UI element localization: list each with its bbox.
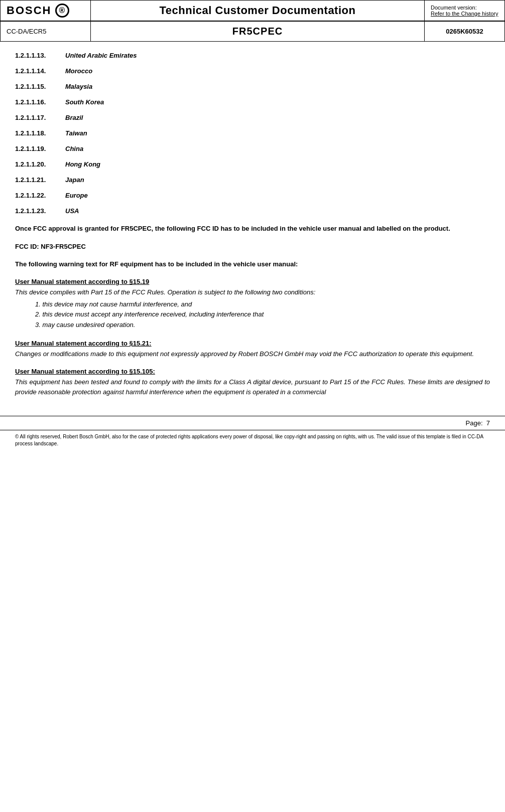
list-item: 3. may cause undesired operation. [35, 320, 490, 331]
section-num: 1.2.1.1.15. [15, 83, 65, 90]
fcc-id-line: FCC ID: NF3-FR5CPEC [15, 243, 490, 250]
section-item: 1.2.1.1.21.Japan [15, 176, 490, 184]
header-table: BOSCH ® Technical Customer Documentation… [0, 0, 505, 21]
header-title: Technical Customer Documentation [91, 1, 425, 21]
section-item: 1.2.1.1.20.Hong Kong [15, 160, 490, 168]
page-label: Page: [466, 419, 483, 427]
bosch-logo-text: BOSCH [7, 4, 51, 17]
page-footer: Page: 7 [0, 416, 505, 430]
block3-text: This equipment has been tested and found… [15, 377, 490, 397]
section-item: 1.2.1.1.14.Morocco [15, 67, 490, 75]
section-num: 1.2.1.1.21. [15, 176, 65, 184]
block1-heading: User Manual statement according to §15.1… [15, 278, 490, 285]
copyright-text: © All rights reserved, Robert Bosch GmbH… [15, 434, 483, 446]
section-item: 1.2.1.1.17.Brazil [15, 114, 490, 121]
section-label: Brazil [65, 114, 83, 121]
copyright-footer: © All rights reserved, Robert Bosch GmbH… [0, 430, 505, 450]
main-content: 1.2.1.1.13.United Arabic Emirates1.2.1.1… [0, 42, 505, 416]
section-item: 1.2.1.1.15.Malaysia [15, 83, 490, 90]
section-num: 1.2.1.1.13. [15, 52, 65, 59]
section-item: 1.2.1.1.18.Taiwan [15, 129, 490, 137]
section-num: 1.2.1.1.17. [15, 114, 65, 121]
section-num: 1.2.1.1.20. [15, 160, 65, 168]
block-3: User Manual statement according to §15.1… [15, 368, 490, 397]
section-label: Hong Kong [65, 160, 100, 168]
section-item: 1.2.1.1.19.China [15, 145, 490, 152]
block2-heading: User Manual statement according to §15.2… [15, 340, 490, 347]
header-version: Document version: Refer to the Change hi… [425, 1, 505, 21]
section-num: 1.2.1.1.23. [15, 207, 65, 215]
logo-cell: BOSCH ® [1, 1, 91, 21]
section-list: 1.2.1.1.13.United Arabic Emirates1.2.1.1… [15, 52, 490, 215]
section-label: USA [65, 207, 79, 215]
section-label: South Korea [65, 98, 104, 106]
block-2: User Manual statement according to §15.2… [15, 340, 490, 359]
section-item: 1.2.1.1.22.Europe [15, 192, 490, 199]
list-item: 1. this device may not cause harmful int… [35, 299, 490, 310]
section-item: 1.2.1.1.13.United Arabic Emirates [15, 52, 490, 59]
page-number: 7 [486, 419, 490, 427]
change-history-link[interactable]: Refer to the Change history [431, 11, 498, 17]
version-label: Document version: [431, 5, 498, 11]
body-para-1: Once FCC approval is granted for FR5CPEC… [15, 224, 490, 234]
doc-number-cell: 0265K60532 [425, 22, 505, 42]
section-item: 1.2.1.1.16.South Korea [15, 98, 490, 106]
section-num: 1.2.1.1.16. [15, 98, 65, 106]
bosch-logo: BOSCH ® [7, 4, 84, 18]
section-label: Malaysia [65, 83, 92, 90]
product-name-cell: FR5CPEC [91, 22, 425, 42]
section-num: 1.2.1.1.19. [15, 145, 65, 152]
section-num: 1.2.1.1.18. [15, 129, 65, 137]
body-para-2: The following warning text for RF equipm… [15, 259, 490, 269]
subheader-table: CC-DA/ECR5 FR5CPEC 0265K60532 [0, 21, 505, 42]
section-label: United Arabic Emirates [65, 52, 137, 59]
section-label: Japan [65, 176, 84, 184]
section-label: China [65, 145, 83, 152]
block-1: User Manual statement according to §15.1… [15, 278, 490, 331]
block1-intro: This device complies with Part 15 of the… [15, 287, 490, 297]
doc-ref-cell: CC-DA/ECR5 [1, 22, 91, 42]
block3-heading: User Manual statement according to §15.1… [15, 368, 490, 375]
list-item: 2. this device must accept any interfere… [35, 309, 490, 320]
section-num: 1.2.1.1.22. [15, 192, 65, 199]
section-label: Morocco [65, 67, 92, 75]
section-label: Europe [65, 192, 88, 199]
section-item: 1.2.1.1.23.USA [15, 207, 490, 215]
section-label: Taiwan [65, 129, 87, 137]
block2-text: Changes or modifications made to this eq… [15, 349, 490, 359]
section-num: 1.2.1.1.14. [15, 67, 65, 75]
block1-list: 1. this device may not cause harmful int… [35, 299, 490, 331]
bosch-registered-icon: ® [55, 4, 69, 18]
